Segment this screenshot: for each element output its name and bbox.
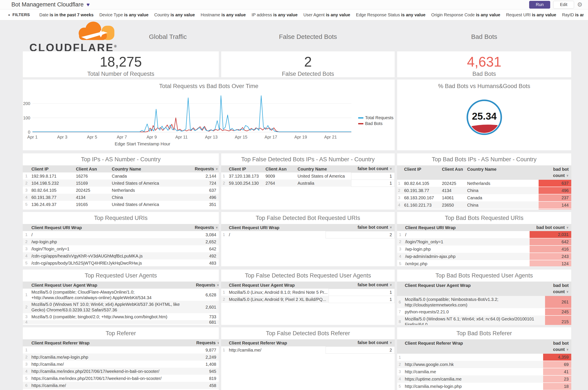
filters-toggle[interactable]: ▸FILTERS — [9, 12, 30, 17]
top-bar: Bot Management Cloudflare ♥ Run Edit ⚙ — [0, 0, 588, 9]
table-cell: 80.82.64.105 — [402, 180, 440, 187]
table-cell: 637 — [539, 180, 571, 187]
table-row: 3http://camilia.me41 — [397, 368, 571, 375]
column-header[interactable]: Requests∨ — [194, 339, 219, 346]
table-row: 7http://camilia.me/index.php/2017/05/14/… — [23, 389, 219, 390]
table-row: 3Mozilla/5.0 (compatible; bingbot/2.0; +… — [23, 313, 219, 320]
data-table: Client Request Referer WrapRequests∨19,8… — [23, 339, 219, 390]
expand-arrow-icon: ▸ — [9, 13, 10, 16]
header-band: CLOUDFLARE® Global Traffic False Detecte… — [23, 20, 572, 50]
table-cell — [465, 209, 539, 210]
svg-text:Apr 9: Apr 9 — [147, 135, 157, 139]
filter-item[interactable]: Device Type is any value — [99, 12, 148, 17]
table-title: Top False Detected Bots Requested User A… — [221, 270, 395, 282]
ip-tables-row: Top IPs - AS Number - Country Client IPC… — [23, 153, 572, 210]
table-cell: China — [109, 194, 193, 201]
table-cell: Canada — [109, 172, 193, 180]
row-number: 4 — [397, 201, 402, 209]
table-title: Top Bad Bots Requested URIs — [397, 212, 571, 224]
column-header[interactable]: bad bot count∨ — [530, 224, 571, 231]
table-cell: http://camilia.me/wp-login.php — [29, 353, 194, 361]
table-cell: 60.191.38.77 — [402, 187, 440, 194]
filter-item[interactable]: Hostname is any value — [200, 12, 246, 17]
filter-item[interactable]: Date is in the past 7 weeks — [39, 12, 94, 17]
column-header[interactable]: Requests∨ — [193, 224, 219, 231]
column-header — [23, 282, 29, 289]
table-row: 3/login/?login_only=1642 — [23, 245, 219, 252]
row-number: 1 — [397, 354, 403, 361]
table-row: 1Mozilla/5.0 (Linux; Android 8.1.0; Redm… — [221, 289, 395, 296]
filter-item[interactable]: Edge Response Status is any value — [356, 12, 426, 17]
false-bots-referer-tile: Top False Detected Bots Referer Client R… — [221, 327, 395, 390]
table-cell: 284 — [194, 389, 219, 390]
table-cell: Mozilla/5.0 (compatible; bingbot/2.0; +h… — [29, 313, 194, 320]
row-number: 6 — [397, 296, 403, 308]
table-cell: 202425 — [74, 187, 109, 194]
false-detected-bots-stat: 2 False Detected Bots — [221, 51, 395, 78]
data-table: Client Request User Agent Wrapfalse bot … — [221, 282, 395, 303]
table-row: 4/wp-admin/admin-ajax.php243 — [397, 253, 571, 260]
svg-text:Apr 15: Apr 15 — [235, 135, 247, 139]
table-cell: 104.198.5.232 — [29, 180, 74, 187]
table-row — [397, 209, 571, 210]
page-title: Bot Management Cloudflare ♥ — [11, 1, 90, 8]
column-header[interactable]: false bot count∨ — [326, 339, 394, 346]
table-cell: /login/?login_only=1 — [29, 245, 193, 252]
table-cell: 2,601 — [194, 301, 219, 313]
row-number: 3 — [397, 194, 402, 201]
column-header[interactable]: false bot count∨ — [326, 224, 394, 231]
bad-bot-user-agents-tile: Top Bad Bots Requested User Agents Clien… — [397, 269, 572, 325]
filter-item[interactable]: RayID is any value — [562, 12, 584, 17]
gauge-tile: % Bad Bots vs Humans&Good Bots 25.34 — [397, 79, 572, 150]
filter-item[interactable]: Country is any value — [154, 12, 195, 17]
row-number: 1 — [23, 231, 29, 238]
table-cell: 416 — [530, 245, 571, 253]
table-cell: 2 — [326, 231, 394, 238]
gear-icon[interactable]: ⚙ — [577, 2, 583, 8]
top-bar-actions: Run Edit ⚙ — [529, 1, 583, 9]
timeseries-chart[interactable]: 0100200Apr 1Apr 3Apr 5Apr 7Apr 9Apr 11Ap… — [23, 79, 395, 150]
run-button[interactable]: Run — [529, 1, 550, 9]
column-header[interactable]: bad bot count∨ — [543, 339, 571, 354]
table-row: 368.183.200.16714061Canada237 — [397, 194, 571, 201]
filter-item[interactable]: Request URI is any value — [506, 12, 556, 17]
svg-text:Apr 7: Apr 7 — [117, 135, 127, 139]
column-header[interactable]: false bot count∨ — [351, 165, 395, 172]
edit-button[interactable]: Edit — [553, 1, 574, 9]
table-cell: China — [465, 187, 539, 194]
table-cell: 19165 — [74, 201, 109, 208]
data-table: Client Request URI Wrapbad bot count∨1/2… — [397, 224, 571, 267]
filter-item[interactable]: Origin Response Code is any value — [431, 12, 500, 17]
table-cell: /login/?login_only=1 — [403, 238, 530, 245]
table-cell: http://camilia.me/wp-login.php — [403, 383, 543, 390]
bad-bots-zone: Bad Bots — [397, 20, 572, 53]
table-cell: 192.99.8.171 — [29, 172, 74, 180]
column-header[interactable]: Requests∨ — [194, 282, 219, 289]
table-cell: / — [403, 231, 530, 238]
table-row: 259.100.254.1302764Australia1 — [221, 180, 395, 187]
column-header: Country Name — [109, 165, 193, 172]
table-cell: python-requests/2.21.0 — [403, 308, 545, 315]
row-number — [397, 209, 402, 210]
table-row: 3http://camilia.me/1,408 — [23, 361, 219, 368]
column-header[interactable]: false bot count∨ — [329, 282, 395, 289]
dashboard-page: Bot Management Cloudflare ♥ Run Edit ⚙ ▸… — [0, 0, 588, 390]
filter-item[interactable]: User Agent is any value — [303, 12, 350, 17]
table-cell: 202425 — [440, 180, 465, 187]
data-table: Client Request Referer Wrapbad bot count… — [397, 339, 571, 390]
table-row: 5https://camilia.me/index.php/2017/06/17… — [23, 375, 219, 382]
table-row: 260.191.38.774134China496 — [397, 187, 571, 194]
column-header[interactable]: Requests∨ — [193, 165, 219, 172]
column-header[interactable]: bad bot count∨ — [539, 165, 571, 180]
row-number: 2 — [397, 238, 403, 245]
column-header[interactable]: bad bot count∨ — [545, 282, 571, 296]
referer-tables-row: Top Referer Client Request Referer WrapR… — [23, 327, 572, 390]
row-number: 1 — [23, 289, 29, 301]
bad-bots-referer-tile: Top Bad Bots Referer Client Request Refe… — [397, 327, 572, 390]
table-cell: https://camilia.me/index.php/2017/06/17/… — [29, 375, 194, 382]
table-cell: https://camilia.me/ — [29, 382, 194, 389]
table-cell: 642 — [193, 245, 219, 252]
filter-item[interactable]: IP address is any value — [251, 12, 297, 17]
table-cell: https://uptime.com/camilia.me — [403, 375, 543, 383]
table-cell: 496 — [539, 187, 571, 194]
